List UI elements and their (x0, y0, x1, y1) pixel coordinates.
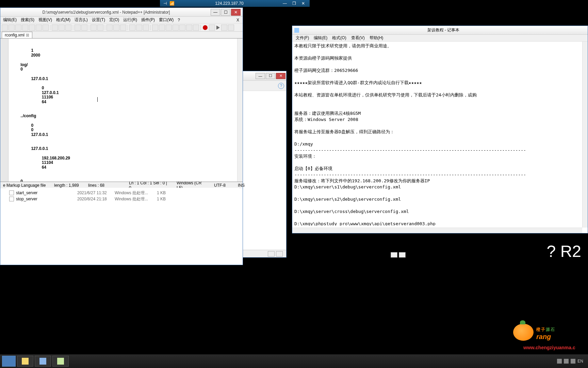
save-macro-icon[interactable] (228, 25, 234, 31)
menu-item[interactable]: 查看(V) (349, 34, 367, 42)
uncomment-icon[interactable] (179, 25, 185, 31)
copy-icon[interactable] (59, 25, 65, 31)
npp-menu-x[interactable]: X (235, 17, 241, 23)
fold-icon[interactable] (159, 25, 165, 31)
view-large-icon[interactable] (276, 251, 283, 257)
taskbar-app2[interactable] (52, 356, 69, 367)
remote-close[interactable]: ✕ (299, 1, 307, 6)
print-icon[interactable] (43, 25, 49, 31)
status-encoding: UTF-8 (214, 183, 231, 188)
taskbar-app1[interactable] (35, 356, 51, 367)
play-multi-icon[interactable] (221, 25, 227, 31)
unfold-icon[interactable] (166, 25, 172, 31)
view-details-icon[interactable] (268, 251, 275, 257)
menu-item[interactable]: 视图(V) (37, 16, 53, 24)
menu-item[interactable]: 宏(O) (108, 16, 120, 24)
save-all-icon[interactable] (22, 25, 28, 31)
explorer-minimize[interactable]: — (256, 73, 265, 79)
menu-item[interactable]: 窗口(W) (158, 16, 175, 24)
lang-icon[interactable] (152, 25, 158, 31)
taskbar: EN (0, 354, 588, 368)
npp-minimize[interactable]: — (211, 9, 220, 16)
explorer-close[interactable]: ✕ (276, 73, 285, 79)
npp-close[interactable]: ✕ (231, 9, 241, 16)
menu-item[interactable]: 运行(R) (122, 16, 138, 24)
menu-item[interactable]: 语言(L) (73, 16, 89, 24)
menu-item[interactable]: 搜索(S) (19, 16, 36, 24)
view-mode-icons (391, 252, 406, 258)
file-size: 1 KB (149, 197, 166, 201)
indent-guide-icon[interactable] (143, 25, 149, 31)
new-file-icon[interactable] (2, 25, 8, 31)
tray-lang[interactable]: EN (577, 359, 583, 364)
menu-item[interactable]: 编辑(E) (312, 34, 329, 42)
brand-url: www.chengziyuanma.c (523, 345, 575, 350)
remote-connection-bar: ⊣ 📶 124.223.187.70 — ❐ ✕ (160, 0, 310, 7)
file-type: Windows 批处理... (115, 190, 149, 196)
status-filetype: e Markup Language file (3, 183, 47, 188)
help-icon[interactable]: ? (278, 83, 284, 89)
zoom-in-icon[interactable] (107, 25, 113, 31)
pin-icon[interactable]: ⊣ (163, 1, 167, 6)
line-gutter (0, 39, 9, 182)
file-tab[interactable]: rconfig.xml ⊠ (2, 32, 32, 38)
remote-minimize[interactable]: — (281, 1, 289, 6)
file-name: stop_server (16, 197, 77, 201)
menu-item[interactable]: 帮助(H) (368, 34, 386, 42)
notepad-menubar: 文件(F)编辑(E)格式(O)查看(V)帮助(H) (292, 35, 588, 42)
code-content[interactable]: 1 2000 log/ 0 127.0.0.1 0 127.0.0.1 1110… (9, 39, 237, 182)
view-list-icon[interactable] (391, 252, 397, 258)
start-button[interactable] (2, 356, 16, 367)
notepad-vscrollbar[interactable] (582, 42, 588, 228)
find-icon[interactable] (91, 25, 97, 31)
menu-item[interactable]: ? (176, 17, 181, 23)
tray-flag-icon[interactable] (564, 359, 569, 364)
record-macro-icon[interactable] (203, 25, 208, 30)
stop-macro-icon[interactable] (209, 25, 215, 31)
notepad-titlebar[interactable]: 架设教程 - 记事本 (292, 26, 588, 35)
undo-icon[interactable] (75, 25, 81, 31)
file-row[interactable]: start_server2021/6/27 11:32Windows 批处理..… (9, 190, 236, 196)
func-list-icon[interactable] (186, 25, 192, 31)
menu-item[interactable]: 插件(P) (140, 16, 156, 24)
taskbar-explorer[interactable] (17, 356, 33, 367)
explorer-maximize[interactable]: ☐ (266, 73, 275, 79)
redo-icon[interactable] (81, 25, 87, 31)
tab-close-icon[interactable]: ⊠ (26, 33, 29, 37)
close-all-icon[interactable] (36, 25, 42, 31)
view-grid-icon[interactable] (399, 252, 406, 258)
system-tray: EN (557, 359, 586, 364)
menu-item[interactable]: 格式(O) (330, 34, 348, 42)
close-icon[interactable] (29, 25, 35, 31)
play-macro-icon[interactable] (216, 26, 220, 30)
paste-icon[interactable] (65, 25, 71, 31)
notepad-hscrollbar[interactable] (292, 228, 582, 233)
npp-maximize[interactable]: ☐ (221, 9, 230, 16)
notepad-window: 架设教程 - 记事本 文件(F)编辑(E)格式(O)查看(V)帮助(H) 本教程… (292, 26, 588, 233)
remote-restore[interactable]: ❐ (290, 1, 298, 6)
tray-network-icon[interactable] (571, 359, 575, 364)
npp-titlebar[interactable]: D:\xmqy\server\s1\debug\serverconfig.xml… (0, 8, 243, 17)
vertical-scrollbar[interactable] (237, 39, 243, 182)
save-icon[interactable] (15, 25, 21, 31)
zoom-out-icon[interactable] (113, 25, 119, 31)
npp-tabbar: rconfig.xml ⊠ (0, 32, 243, 39)
comment-icon[interactable] (173, 25, 179, 31)
menu-item[interactable]: 格式(M) (55, 16, 72, 24)
tray-up-icon[interactable] (557, 359, 562, 364)
cut-icon[interactable] (52, 25, 58, 31)
menu-item[interactable]: 编辑(E) (2, 16, 18, 24)
sync-icon[interactable] (120, 25, 126, 31)
doc-map-icon[interactable] (193, 25, 199, 31)
notepadpp-window: D:\xmqy\server\s1\debug\serverconfig.xml… (0, 7, 243, 265)
replace-icon[interactable] (97, 25, 103, 31)
menu-item[interactable]: 设置(T) (91, 16, 107, 24)
show-all-icon[interactable] (136, 25, 142, 31)
wrap-icon[interactable] (129, 25, 135, 31)
menu-item[interactable]: 文件(F) (294, 34, 311, 42)
file-row[interactable]: stop_server2020/8/24 21:18Windows 批处理...… (9, 196, 236, 202)
code-editor[interactable]: 1 2000 log/ 0 127.0.0.1 0 127.0.0.1 1110… (0, 39, 243, 182)
text-cursor (97, 97, 98, 102)
notepad-content[interactable]: 本教程只限于技术研究使用，请勿用于商业用途。 本资源由橙子源码网独家提供 橙子源… (292, 42, 588, 226)
open-file-icon[interactable] (9, 25, 15, 31)
